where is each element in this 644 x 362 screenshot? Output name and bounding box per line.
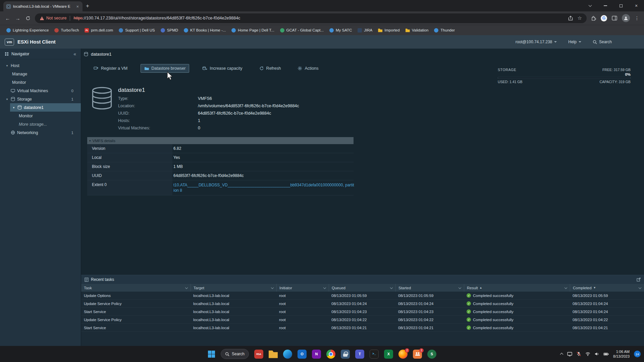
expand-tasks-icon[interactable]: [637, 278, 641, 282]
datastore-browser-button[interactable]: Datastore browser: [141, 64, 189, 73]
start-button[interactable]: [208, 350, 215, 358]
forward-button[interactable]: →: [13, 13, 23, 23]
bookmark-folder-validation[interactable]: Validation: [403, 27, 431, 34]
nav-item-monitor[interactable]: Monitor: [0, 78, 81, 86]
increase-capacity-button[interactable]: Increase capacity: [199, 64, 246, 73]
bookmark-spmd[interactable]: SPMD: [158, 27, 180, 34]
reload-button[interactable]: [23, 13, 33, 23]
bookmark-home-page-dell[interactable]: Home Page | Dell T...: [229, 27, 276, 34]
column-started[interactable]: Started: [395, 284, 464, 292]
excel-icon[interactable]: X: [384, 350, 393, 359]
nav-item-host[interactable]: ▾Host: [0, 61, 81, 70]
bookmark-thunder[interactable]: Thunder: [432, 27, 457, 34]
mic-muted-icon[interactable]: [577, 352, 581, 356]
new-tab-button[interactable]: +: [86, 3, 89, 9]
minimize-button[interactable]: [598, 0, 613, 11]
task-row[interactable]: Update Service Policy localhost.L3-lab.l…: [81, 300, 644, 308]
chrome-browser-icon[interactable]: [326, 350, 335, 359]
battery-icon[interactable]: [603, 353, 609, 356]
outlook-icon[interactable]: O: [298, 350, 307, 359]
column-task[interactable]: Task: [81, 284, 191, 292]
tree-caret-icon[interactable]: ▾: [5, 64, 9, 67]
taskbar-clock[interactable]: 1:06 AM 8/13/2023: [613, 349, 630, 359]
google-extension-icon[interactable]: G: [601, 15, 607, 21]
chevron-down-icon[interactable]: [323, 286, 326, 289]
header-search[interactable]: Search: [593, 40, 612, 44]
user-menu[interactable]: root@100.74.17.238: [516, 40, 557, 44]
file-explorer-icon[interactable]: [269, 350, 278, 359]
people-app-icon[interactable]: 2: [413, 350, 422, 359]
close-button[interactable]: ×: [629, 0, 644, 11]
side-panel-icon[interactable]: [612, 16, 617, 20]
column-result[interactable]: Result▲: [464, 284, 570, 292]
vmfs-details-header[interactable]: ▾ VMFS details: [87, 137, 354, 144]
actions-button[interactable]: Actions: [294, 64, 322, 73]
bookmark-turbotech[interactable]: TurboTech: [52, 27, 81, 34]
notification-count-badge[interactable]: 24: [634, 351, 641, 357]
tree-caret-icon[interactable]: ▾: [12, 106, 15, 109]
column-target[interactable]: Target: [191, 284, 276, 292]
nav-item-more-storage[interactable]: More storage...: [0, 120, 81, 128]
row-value: Yes: [172, 153, 354, 162]
extensions-icon[interactable]: [591, 15, 596, 21]
tab-search-icon[interactable]: [582, 0, 598, 11]
wifi-icon[interactable]: [585, 352, 590, 356]
column-initiator[interactable]: Initiator: [276, 284, 329, 292]
address-bar[interactable]: Not secure https ://100.74.17.238/ui/#/h…: [35, 13, 587, 23]
maximize-button[interactable]: [613, 0, 629, 11]
bookmark-gcat[interactable]: GCAT - Global Capt...: [278, 27, 326, 34]
browser-menu-icon[interactable]: ⋮: [635, 15, 639, 21]
datastore-icon: [91, 87, 113, 110]
chevron-down-icon[interactable]: [459, 286, 461, 289]
bookmark-my-satc[interactable]: My SATC: [327, 27, 354, 34]
display-tray-icon[interactable]: [567, 352, 572, 356]
chevron-down-icon[interactable]: [565, 286, 567, 289]
bookmark-kt-books[interactable]: KT Books | Home -...: [181, 27, 228, 34]
bookmark-prm-dell[interactable]: Prprm.dell.com: [82, 27, 115, 34]
vmfs-row-block-size: Block size1 MB: [87, 162, 354, 171]
chevron-down-icon[interactable]: [639, 286, 641, 289]
bookmark-jira[interactable]: JIRA: [355, 27, 375, 34]
tree-caret-icon[interactable]: ▾: [5, 98, 9, 101]
task-row[interactable]: Start Service localhost.L3-lab.local roo…: [81, 324, 644, 332]
tab-close-icon[interactable]: ×: [75, 4, 79, 9]
edge-browser-icon[interactable]: [283, 350, 292, 359]
chevron-down-icon[interactable]: [390, 286, 393, 289]
task-row[interactable]: Update Options localhost.L3-lab.local ro…: [81, 292, 644, 300]
nav-item-datastore1[interactable]: ▾ datastore1: [10, 103, 81, 112]
task-row[interactable]: Start Service localhost.L3-lab.local roo…: [81, 308, 644, 316]
task-row[interactable]: Update Service Policy localhost.L3-lab.l…: [81, 316, 644, 324]
onenote-icon[interactable]: N: [312, 350, 321, 359]
help-menu[interactable]: Help: [568, 40, 581, 44]
bookmark-folder-imported[interactable]: Imported: [376, 27, 402, 34]
nav-item-datastore1-monitor[interactable]: Monitor: [0, 112, 81, 120]
hidden-icons-chevron[interactable]: [560, 353, 564, 356]
bookmark-support-dell[interactable]: Support | Dell US: [116, 27, 157, 34]
terminal-icon[interactable]: >_: [370, 350, 379, 359]
bookmark-lightning-experience[interactable]: Lightning Experience: [4, 27, 51, 34]
browser-tab[interactable]: localhost.L3-lab.local - VMware E ×: [3, 1, 83, 11]
security-lock-icon[interactable]: [341, 350, 350, 359]
volume-icon[interactable]: [595, 352, 599, 356]
refresh-button[interactable]: Refresh: [256, 64, 285, 73]
column-completed[interactable]: Completed▼: [570, 284, 644, 292]
rsa-app-icon[interactable]: RSA: [254, 350, 263, 359]
sharepoint-icon[interactable]: S: [427, 350, 436, 359]
profile-avatar[interactable]: [622, 14, 630, 22]
share-icon[interactable]: [568, 16, 573, 20]
bookmark-star-icon[interactable]: ☆: [578, 15, 582, 21]
register-vm-button[interactable]: Register a VM: [90, 64, 131, 73]
nav-item-manage[interactable]: Manage: [0, 70, 81, 78]
nav-item-virtual-machines[interactable]: Virtual Machines 0: [0, 86, 81, 95]
nav-item-networking[interactable]: Networking 1: [0, 128, 81, 137]
back-button[interactable]: ←: [3, 13, 13, 23]
extent-link[interactable]: t10.ATA_____DELLBOSS_VD_________________…: [173, 182, 355, 193]
chevron-down-icon[interactable]: [271, 286, 274, 289]
firefox-icon[interactable]: 2: [398, 350, 408, 359]
nav-item-storage[interactable]: ▾ Storage 1: [0, 95, 81, 103]
chevron-down-icon[interactable]: [185, 286, 188, 289]
collapse-sidebar-icon[interactable]: «: [73, 51, 76, 57]
teams-icon[interactable]: T: [355, 350, 364, 359]
column-queued[interactable]: Queued: [329, 284, 395, 292]
taskbar-search-box[interactable]: Search: [221, 349, 249, 359]
